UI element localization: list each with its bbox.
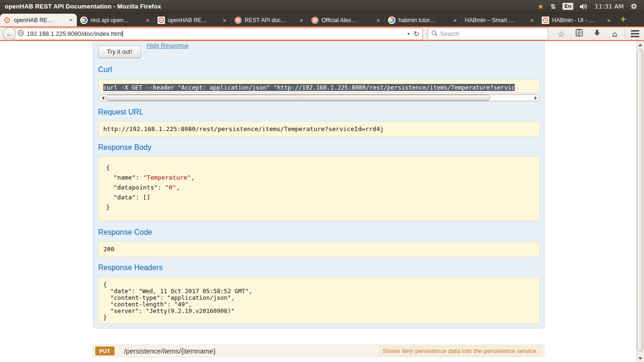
volume-icon[interactable]: [580, 3, 588, 10]
scroll-down-arrow-icon[interactable]: [636, 354, 644, 362]
vertical-scrollbar[interactable]: [636, 41, 644, 362]
google-favicon-icon: [388, 16, 396, 24]
json-line: "data": []: [106, 192, 532, 202]
tab-openhab-rest-2[interactable]: openHAB RE… ×: [154, 14, 231, 26]
tab-bar: openHAB RE… × rest api open… × openHAB R…: [0, 13, 644, 26]
search-input[interactable]: [440, 30, 535, 37]
tab-title: HABmin - UI - …: [552, 17, 603, 24]
tab-close-icon[interactable]: ×: [298, 17, 304, 24]
browser-viewport: Try it out! Hide Response Curl curl -X G…: [0, 41, 644, 362]
toolbar-separator: [625, 29, 625, 39]
downloads-icon[interactable]: [588, 29, 606, 39]
tab-title: REST API doc…: [245, 17, 296, 24]
curl-heading: Curl: [98, 66, 112, 74]
curl-command-box: curl -X GET --header "Accept: applicatio…: [98, 79, 540, 93]
put-endpoint-path[interactable]: /persistence/items/{itemname}: [124, 347, 215, 355]
back-button[interactable]: ←: [3, 27, 16, 41]
menu-hamburger-icon[interactable]: [626, 29, 644, 39]
scroll-up-arrow-icon[interactable]: [636, 41, 644, 49]
try-it-out-button[interactable]: Try it out!: [98, 45, 141, 58]
request-url-heading: Request URL: [98, 108, 143, 116]
response-code-box: 200: [98, 241, 540, 257]
gear-session-icon[interactable]: [630, 3, 637, 10]
vertical-scrollbar-thumb[interactable]: [637, 49, 643, 352]
openhab-favicon-icon: [157, 16, 165, 24]
tab-habmin-tutorial[interactable]: habmin tutor… ×: [384, 14, 461, 26]
reload-icon[interactable]: ↻: [413, 30, 420, 38]
window-titlebar: openHAB REST API Documentation - Mozilla…: [0, 0, 644, 13]
response-code-heading: Response Code: [98, 228, 152, 237]
bookmark-star-icon[interactable]: ☆: [552, 29, 570, 39]
text-caret: [123, 31, 123, 37]
tab-openhab-rest-doc-active[interactable]: openHAB RE… ×: [0, 14, 77, 26]
request-url-box: http://192.168.1.225:8080/rest/persisten…: [98, 121, 540, 137]
tab-close-icon[interactable]: ×: [145, 17, 150, 24]
hide-response-link[interactable]: Hide Response: [147, 42, 189, 49]
tab-title: HABmin – Smart …: [465, 17, 526, 24]
tab-close-icon[interactable]: ×: [68, 16, 74, 24]
scroll-left-arrow-icon[interactable]: [99, 95, 106, 101]
json-line: "name": "Temperature",: [106, 173, 532, 182]
tab-rest-api-doc[interactable]: REST API doc… ×: [231, 14, 307, 26]
openhab-favicon-icon: [542, 16, 549, 24]
search-icon: [431, 30, 438, 38]
tab-title: openHAB RE…: [168, 17, 219, 24]
json-close-brace: }: [106, 202, 532, 212]
star-indicator-icon[interactable]: ★: [537, 2, 544, 11]
json-line: "datapoints": "0",: [106, 182, 532, 192]
clock-indicator[interactable]: 11:31 AM: [594, 3, 624, 10]
put-endpoint-description: Stores item persistence data into the pe…: [379, 346, 542, 356]
keyboard-layout-indicator[interactable]: En: [562, 3, 573, 10]
response-headers-box: { "date": "Wed, 11 Oct 2017 05:58:52 GMT…: [98, 277, 540, 324]
tab-close-icon[interactable]: ×: [222, 17, 227, 24]
tab-close-icon[interactable]: ×: [452, 17, 458, 24]
tab-close-icon[interactable]: ×: [606, 17, 611, 24]
search-bar[interactable]: [428, 28, 549, 40]
tab-close-icon[interactable]: ×: [375, 17, 381, 24]
navigation-toolbar: ← 192.168.1.225:8080/doc/index.html ▾ ↻ …: [0, 26, 644, 41]
tab-title: rest api open…: [91, 17, 142, 24]
put-endpoint-row[interactable]: PUT /persistence/items/{itemname} Stores…: [93, 345, 545, 357]
tab-habmin-ui[interactable]: HABmin - UI - … ×: [538, 14, 615, 26]
new-tab-button[interactable]: +: [615, 14, 632, 26]
tab-title: openHAB RE…: [14, 17, 65, 24]
response-body-box: { "name": "Temperature", "datapoints": "…: [98, 156, 540, 222]
home-icon[interactable]: ⌂: [606, 29, 624, 39]
response-headers-text: { "date": "Wed, 11 Oct 2017 05:58:52 GMT…: [103, 281, 535, 321]
put-method-badge[interactable]: PUT: [95, 346, 115, 355]
tab-close-icon[interactable]: ×: [529, 17, 535, 24]
window-title: openHAB REST API Documentation - Mozilla…: [0, 3, 161, 10]
curl-command-text: curl -X GET --header "Accept: applicatio…: [103, 84, 515, 91]
openhab-favicon-icon: [311, 16, 319, 24]
url-text: 192.168.1.225:8080/doc/index.html: [27, 30, 123, 37]
network-arrows-icon[interactable]: ⇅: [550, 3, 556, 10]
reading-list-icon[interactable]: [570, 29, 588, 39]
json-open-brace: {: [106, 163, 532, 173]
google-favicon-icon: [80, 16, 88, 24]
system-tray: ★ ⇅ En 11:31 AM: [537, 2, 644, 11]
url-dropdown-icon[interactable]: ▾: [407, 31, 410, 36]
response-headers-heading: Response Headers: [98, 263, 163, 272]
tab-title: habmin tutor…: [398, 17, 449, 24]
scroll-right-arrow-icon[interactable]: [532, 95, 539, 101]
openhab-favicon-icon: [3, 16, 11, 24]
globe-icon: [17, 30, 24, 38]
get-operation-panel: Try it out! Hide Response Curl curl -X G…: [93, 41, 545, 329]
openhab-favicon-icon: [234, 16, 242, 24]
tab-rest-api-search[interactable]: rest api open… ×: [77, 14, 154, 26]
tab-official-alexa[interactable]: Official Alex… ×: [307, 14, 384, 26]
curl-horizontal-scrollbar[interactable]: ···: [99, 94, 540, 101]
tab-habmin-smart[interactable]: HABmin – Smart … ×: [461, 14, 538, 26]
url-bar[interactable]: 192.168.1.225:8080/doc/index.html ▾ ↻: [14, 28, 423, 40]
horizontal-scrollbar-thumb[interactable]: ···: [106, 95, 490, 101]
response-body-heading: Response Body: [98, 143, 151, 152]
tab-title: Official Alex…: [322, 17, 372, 24]
